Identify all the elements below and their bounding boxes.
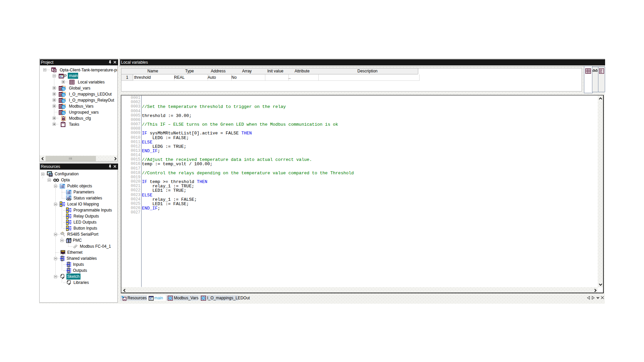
svg-text:G: G xyxy=(62,111,65,115)
svg-text:G: G xyxy=(169,296,171,300)
svg-text:G: G xyxy=(202,296,205,300)
svg-text:G: G xyxy=(62,87,65,90)
svg-text:G: G xyxy=(62,93,65,97)
svg-text:G: G xyxy=(62,105,65,109)
svg-text:G: G xyxy=(62,99,65,103)
